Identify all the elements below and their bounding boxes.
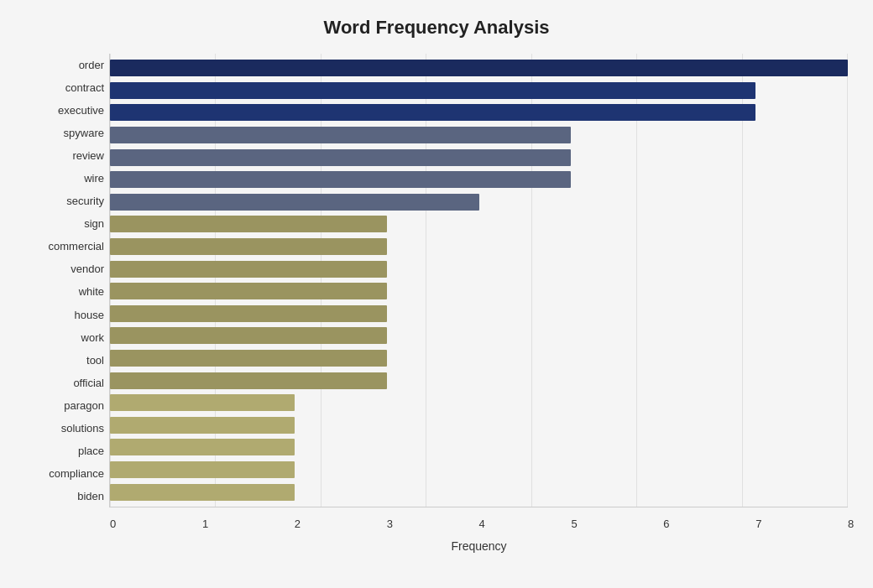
bar (110, 82, 755, 99)
y-label: commercial (25, 235, 104, 258)
bar (110, 417, 295, 434)
y-label: house (25, 304, 104, 326)
y-label: wire (25, 167, 104, 190)
bar (110, 439, 295, 455)
y-label: tool (25, 349, 104, 372)
bar (110, 305, 387, 322)
bars-area: 012345678 Frequency (109, 54, 848, 507)
bar (110, 104, 755, 121)
bar (110, 171, 571, 188)
bar (110, 327, 387, 344)
y-label: sign (25, 212, 104, 235)
bar-row (110, 58, 848, 78)
bar-row (110, 281, 848, 301)
bar-row (110, 214, 848, 234)
bar-row (110, 460, 848, 480)
bar-row (110, 325, 848, 346)
chart-area: ordercontractexecutivespywarereviewwires… (25, 54, 848, 507)
y-label: security (25, 190, 104, 212)
y-label: review (25, 144, 104, 167)
bar (110, 372, 387, 389)
bar (110, 283, 387, 299)
bar-row (110, 348, 848, 368)
bar-row (110, 437, 848, 457)
y-label: place (25, 440, 104, 462)
bar-row (110, 259, 848, 279)
bar (110, 194, 479, 211)
y-label: solutions (25, 417, 104, 440)
bar (110, 216, 387, 232)
bar-row (110, 169, 848, 190)
y-label: spyware (25, 122, 104, 144)
bar-row (110, 371, 848, 391)
y-label: vendor (25, 258, 104, 280)
bar (110, 461, 295, 478)
chart-container: Word Frequency Analysis ordercontractexe… (0, 0, 873, 588)
y-label: white (25, 280, 104, 303)
bar (110, 350, 387, 367)
y-label: work (25, 326, 104, 349)
bar-row (110, 192, 848, 212)
bar (110, 484, 295, 501)
bar (110, 394, 295, 411)
chart-title: Word Frequency Analysis (25, 17, 848, 39)
bar-row (110, 237, 848, 257)
bar-row (110, 415, 848, 435)
y-label: paragon (25, 394, 104, 417)
bar (110, 149, 571, 166)
bar (110, 238, 387, 255)
bar-row (110, 102, 848, 122)
bar-row (110, 482, 848, 502)
bar (110, 60, 848, 76)
bar-row (110, 81, 848, 101)
bar-row (110, 393, 848, 413)
bar-row (110, 304, 848, 324)
y-label: contract (25, 76, 104, 99)
bar (110, 127, 571, 143)
bar (110, 261, 387, 278)
x-axis-title: Frequency (110, 539, 848, 553)
y-label: biden (25, 485, 104, 507)
bars-wrapper (110, 54, 848, 507)
y-label: executive (25, 99, 104, 122)
y-label: official (25, 372, 104, 394)
y-axis-labels: ordercontractexecutivespywarereviewwires… (25, 54, 109, 507)
bar-row (110, 148, 848, 168)
y-label: order (25, 54, 104, 76)
y-label: compliance (25, 462, 104, 485)
bar-row (110, 125, 848, 145)
